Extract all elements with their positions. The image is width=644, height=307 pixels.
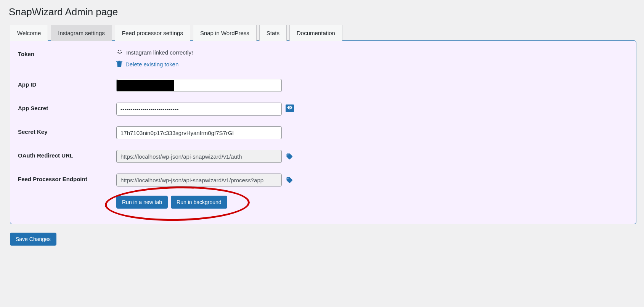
tab-stats[interactable]: Stats bbox=[259, 25, 287, 41]
token-status: Instagram linked correctly! bbox=[116, 48, 628, 56]
tab-documentation[interactable]: Documentation bbox=[289, 25, 342, 41]
app-secret-label: App Secret bbox=[18, 103, 116, 111]
feed-endpoint-row: Feed Processor Endpoint Run in a new tab… bbox=[18, 174, 628, 209]
token-label: Token bbox=[18, 48, 116, 57]
eye-icon bbox=[287, 104, 293, 112]
tag-icon bbox=[286, 178, 293, 185]
oauth-row: OAuth Redirect URL bbox=[18, 150, 628, 163]
secret-key-label: Secret Key bbox=[18, 126, 116, 135]
app-id-row: App ID bbox=[18, 79, 628, 92]
tag-icon bbox=[286, 155, 293, 161]
smile-icon bbox=[116, 48, 123, 56]
token-status-text: Instagram linked correctly! bbox=[126, 49, 193, 56]
tab-welcome[interactable]: Welcome bbox=[10, 25, 48, 41]
run-background-button[interactable]: Run in background bbox=[171, 196, 227, 209]
secret-key-field[interactable] bbox=[116, 126, 282, 139]
copy-oauth-button[interactable] bbox=[286, 153, 293, 160]
token-row: Token Instagram linked correctly! bbox=[18, 48, 628, 68]
toggle-visibility-button[interactable] bbox=[286, 104, 294, 112]
oauth-redirect-field[interactable] bbox=[116, 150, 282, 163]
tab-instagram-settings[interactable]: Instagram settings bbox=[51, 25, 112, 41]
delete-token-text: Delete existing token bbox=[125, 61, 178, 68]
delete-token-link[interactable]: Delete existing token bbox=[116, 60, 628, 68]
svg-point-0 bbox=[119, 50, 119, 51]
tabs-bar: Welcome Instagram settings Feed processo… bbox=[10, 25, 636, 41]
oauth-label: OAuth Redirect URL bbox=[18, 150, 116, 159]
secret-key-row: Secret Key bbox=[18, 126, 628, 139]
redacted-value bbox=[117, 80, 174, 91]
settings-panel: Token Instagram linked correctly! bbox=[10, 40, 636, 224]
feed-endpoint-label: Feed Processor Endpoint bbox=[18, 174, 116, 182]
page-title: SnapWizard Admin page bbox=[8, 0, 636, 25]
trash-icon bbox=[116, 60, 122, 68]
app-secret-row: App Secret bbox=[18, 103, 628, 116]
run-new-tab-button[interactable]: Run in a new tab bbox=[116, 196, 168, 209]
tab-snap-in-wordpress[interactable]: Snap in WordPress bbox=[193, 25, 257, 41]
save-changes-button[interactable]: Save Changes bbox=[10, 233, 56, 246]
svg-point-1 bbox=[121, 50, 121, 51]
feed-endpoint-field[interactable] bbox=[116, 174, 282, 186]
app-secret-field[interactable] bbox=[116, 103, 282, 116]
copy-feed-button[interactable] bbox=[286, 176, 293, 184]
tab-feed-processor-settings[interactable]: Feed processor settings bbox=[115, 25, 190, 41]
app-id-label: App ID bbox=[18, 79, 116, 88]
